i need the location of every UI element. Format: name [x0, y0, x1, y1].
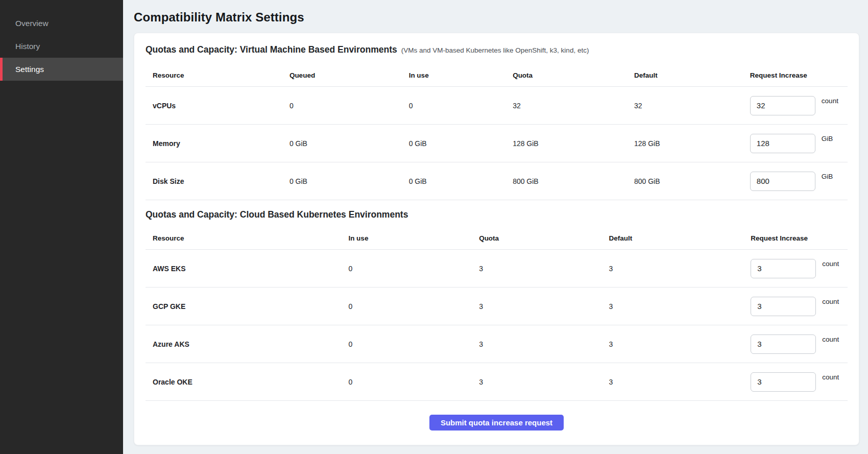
resource-name: GCP GKE [146, 302, 348, 310]
quota-value: 3 [479, 340, 609, 348]
settings-card: Quotas and Capacity: Virtual Machine Bas… [134, 33, 859, 445]
resource-name: Oracle OKE [146, 378, 348, 386]
unit-label: count [822, 97, 838, 105]
default-value: 32 [634, 102, 750, 110]
vm-section-header: Quotas and Capacity: Virtual Machine Bas… [146, 44, 848, 55]
vm-section-title: Quotas and Capacity: Virtual Machine Bas… [146, 44, 397, 55]
default-value: 3 [609, 302, 751, 310]
in-use-value: 0 [348, 340, 479, 348]
resource-name: Memory [146, 139, 290, 148]
card-footer: Submit quota increase request [146, 401, 848, 436]
cloud-section-header: Quotas and Capacity: Cloud Based Kuberne… [146, 209, 848, 220]
quota-value: 800 GiB [513, 177, 634, 185]
default-value: 3 [609, 340, 751, 348]
column-header-request-increase: Request Increase [751, 234, 848, 242]
column-header-queued: Queued [290, 71, 409, 79]
column-header-quota: Quota [479, 234, 609, 242]
in-use-value: 0 [348, 378, 479, 386]
column-header-quota: Quota [513, 71, 634, 79]
vm-section-subtitle: (VMs and VM-based Kubernetes like OpenSh… [401, 46, 589, 54]
main-content: Compatibility Matrix Settings Quotas and… [123, 0, 868, 454]
column-header-request-increase: Request Increase [750, 71, 848, 79]
sidebar-item-label: Settings [15, 65, 44, 74]
unit-label: GiB [822, 173, 833, 180]
column-header-in-use: In use [348, 234, 479, 242]
table-row: Memory 0 GiB 0 GiB 128 GiB 128 GiB GiB [146, 125, 848, 162]
request-increase-input[interactable] [751, 334, 816, 354]
table-row: Disk Size 0 GiB 0 GiB 800 GiB 800 GiB Gi… [146, 162, 848, 200]
in-use-value: 0 [348, 265, 479, 273]
in-use-value: 0 GiB [409, 139, 513, 148]
cloud-section-title: Quotas and Capacity: Cloud Based Kuberne… [146, 209, 408, 220]
unit-label: count [822, 336, 839, 343]
unit-label: count [822, 373, 839, 381]
request-increase-input[interactable] [751, 297, 816, 316]
request-increase-input[interactable] [750, 172, 815, 191]
sidebar-item-label: History [15, 42, 40, 51]
request-increase-input[interactable] [751, 259, 816, 278]
default-value: 3 [609, 265, 751, 273]
default-value: 3 [609, 378, 751, 386]
resource-name: Disk Size [146, 177, 290, 185]
table-header-row: Resource In use Quota Default Request In… [146, 227, 848, 250]
request-increase-input[interactable] [750, 96, 815, 115]
table-row: vCPUs 0 0 32 32 count [146, 87, 848, 125]
table-row: AWS EKS 0 3 3 count [146, 250, 848, 288]
sidebar-item-history[interactable]: History [0, 35, 123, 58]
quota-value: 3 [479, 265, 609, 273]
quota-value: 3 [479, 302, 609, 310]
table-row: Oracle OKE 0 3 3 count [146, 363, 848, 401]
table-header-row: Resource Queued In use Quota Default Req… [146, 64, 848, 87]
sidebar-item-overview[interactable]: Overview [0, 12, 123, 35]
sidebar-item-settings[interactable]: Settings [0, 58, 123, 81]
column-header-default: Default [609, 234, 751, 242]
quota-value: 3 [479, 378, 609, 386]
default-value: 128 GiB [634, 139, 750, 148]
resource-name: AWS EKS [146, 265, 348, 273]
column-header-resource: Resource [146, 71, 290, 79]
column-header-resource: Resource [146, 234, 348, 242]
queued-value: 0 GiB [290, 139, 409, 148]
unit-label: count [822, 298, 839, 305]
queued-value: 0 GiB [290, 177, 409, 185]
cloud-quota-table: Resource In use Quota Default Request In… [146, 227, 848, 401]
queued-value: 0 [290, 102, 409, 110]
vm-quota-table: Resource Queued In use Quota Default Req… [146, 64, 848, 200]
table-row: Azure AKS 0 3 3 count [146, 325, 848, 363]
quota-value: 32 [513, 102, 634, 110]
sidebar-item-label: Overview [15, 19, 49, 28]
request-increase-input[interactable] [751, 372, 816, 392]
resource-name: vCPUs [146, 102, 290, 110]
submit-quota-increase-button[interactable]: Submit quota increase request [429, 415, 564, 431]
resource-name: Azure AKS [146, 340, 348, 348]
table-row: GCP GKE 0 3 3 count [146, 288, 848, 325]
default-value: 800 GiB [634, 177, 750, 185]
in-use-value: 0 [348, 302, 479, 310]
column-header-in-use: In use [409, 71, 513, 79]
unit-label: count [822, 260, 839, 268]
column-header-default: Default [634, 71, 750, 79]
page-title: Compatibility Matrix Settings [134, 10, 859, 25]
in-use-value: 0 [409, 102, 513, 110]
sidebar: Overview History Settings [0, 0, 123, 454]
unit-label: GiB [822, 135, 833, 142]
in-use-value: 0 GiB [409, 177, 513, 185]
request-increase-input[interactable] [750, 134, 815, 153]
quota-value: 128 GiB [513, 139, 634, 148]
